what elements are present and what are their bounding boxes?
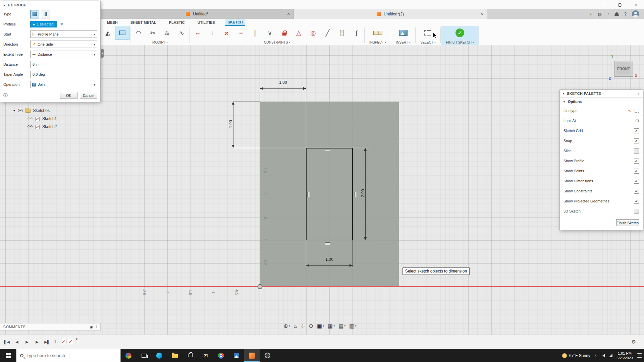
taskbar-app-fusion360[interactable] bbox=[244, 349, 260, 362]
show-dimensions-checkbox[interactable]: ✓ bbox=[634, 179, 639, 184]
grid-settings-button[interactable]: ▤▾ bbox=[338, 323, 345, 329]
ok-button[interactable]: OK bbox=[60, 92, 77, 99]
measure-tool-button[interactable] bbox=[371, 26, 385, 40]
job-status-icon[interactable]: ◔ bbox=[607, 11, 610, 17]
slice-checkbox[interactable] bbox=[634, 148, 639, 154]
taskbar-task-view[interactable] bbox=[136, 349, 152, 362]
concentric-constraint-button[interactable]: ◎ bbox=[306, 26, 320, 40]
notifications-bell-icon[interactable] bbox=[615, 12, 619, 15]
weather-widget[interactable]: 67°F Sunny bbox=[562, 353, 590, 358]
fix-constraint-button[interactable] bbox=[277, 26, 291, 40]
show-constraints-checkbox[interactable]: ✓ bbox=[634, 189, 639, 194]
extensions-icon[interactable]: ◍ bbox=[598, 11, 602, 17]
minimize-button[interactable]: — bbox=[596, 0, 612, 9]
coincident-constraint-button[interactable]: ⊥ bbox=[205, 26, 219, 40]
add-comment-icon[interactable]: ◉ bbox=[90, 325, 93, 329]
visibility-eye-icon[interactable] bbox=[28, 117, 33, 120]
taskbar-app-obs[interactable] bbox=[260, 349, 275, 362]
extrude-type-solid-button[interactable] bbox=[30, 10, 39, 18]
insert-image-button[interactable] bbox=[396, 26, 411, 40]
maximize-button[interactable]: ▢ bbox=[612, 0, 628, 9]
show-projected-geometries-checkbox[interactable]: ✓ bbox=[634, 199, 639, 204]
constraint-marker-top[interactable] bbox=[325, 149, 330, 152]
operation-dropdown[interactable]: Join ▾ bbox=[30, 81, 97, 88]
taskbar-app-file-explorer[interactable] bbox=[167, 349, 182, 362]
spline-tool-button[interactable]: ∿ bbox=[174, 26, 189, 40]
settings-gear-icon[interactable]: ⚙ bbox=[632, 339, 636, 345]
tree-item-sketches-folder[interactable]: ▾ Sketches bbox=[0, 107, 57, 115]
comments-bar[interactable]: COMMENTS ◉ ‖ bbox=[0, 323, 101, 330]
direction-dropdown[interactable]: ↗ One Side ▾ bbox=[30, 41, 97, 48]
taskbar-app-mail[interactable]: ✉ bbox=[198, 349, 213, 362]
action-center-icon[interactable] bbox=[637, 353, 642, 358]
fit-button[interactable]: ▣▾ bbox=[317, 323, 324, 329]
show-points-checkbox[interactable]: ✓ bbox=[634, 169, 639, 174]
show-profile-checkbox[interactable]: ✓ bbox=[634, 159, 639, 164]
close-tab-icon[interactable]: ✕ bbox=[287, 12, 290, 16]
perpendicular-constraint-button[interactable]: ∨ bbox=[263, 26, 277, 40]
pan-button[interactable]: ⊹ bbox=[301, 323, 305, 329]
dimension-value-top[interactable]: 1.00 bbox=[273, 80, 293, 85]
ribbon-tab-mesh[interactable]: MESH bbox=[105, 19, 120, 26]
display-settings-button[interactable]: ▦▾ bbox=[328, 323, 335, 329]
inspect-group-label[interactable]: INSPECT▾ bbox=[369, 40, 386, 45]
orbit-button[interactable]: ⊕▾ bbox=[283, 323, 290, 329]
taskbar-app-edge[interactable] bbox=[152, 349, 167, 362]
timeline-go-to-start-button[interactable]: ▌◀ bbox=[3, 338, 11, 346]
visibility-eye-icon[interactable] bbox=[28, 125, 33, 128]
collapse-panel-handle[interactable]: ◂ bbox=[101, 49, 104, 58]
finish-sketch-button[interactable]: ✓ bbox=[453, 26, 467, 40]
look-at-button[interactable]: ⌂ bbox=[293, 323, 297, 329]
network-icon[interactable] bbox=[609, 354, 612, 357]
offset-tool-button[interactable]: ≋ bbox=[160, 26, 174, 40]
start-button[interactable] bbox=[0, 349, 16, 362]
document-tab-untitled-2[interactable]: Untitled*(2) ✕ bbox=[294, 9, 487, 19]
volume-icon[interactable] bbox=[601, 354, 605, 357]
construction-linetype-icon[interactable] bbox=[635, 109, 639, 113]
trim-tool-button[interactable]: ✂ bbox=[146, 26, 160, 40]
view-cube[interactable]: FRONT bbox=[614, 61, 633, 77]
look-at-icon[interactable]: ⊡ bbox=[635, 118, 639, 123]
sketch-dimension-tool-button[interactable]: ↔ bbox=[191, 26, 205, 40]
polygon-tool-button[interactable]: △ bbox=[291, 26, 306, 40]
sketch-rectangle[interactable] bbox=[306, 148, 353, 240]
zoom-button[interactable]: ⊙ bbox=[309, 323, 313, 329]
info-icon[interactable]: ⓘ bbox=[3, 93, 8, 99]
ribbon-tab-plastic[interactable]: PLASTIC bbox=[167, 19, 187, 26]
sketch-grid-checkbox[interactable]: ✓ bbox=[634, 128, 639, 133]
equal-constraint-button[interactable]: = bbox=[234, 26, 248, 40]
ribbon-tab-sketch[interactable]: SKETCH bbox=[225, 19, 245, 26]
tray-overflow-chevron[interactable]: ∧ bbox=[594, 354, 597, 357]
dimension-value-bottom[interactable]: 1.00 bbox=[319, 257, 339, 262]
3d-sketch-checkbox[interactable] bbox=[634, 209, 639, 214]
constraint-marker-bottom[interactable] bbox=[325, 242, 330, 245]
new-tab-button[interactable]: + bbox=[589, 11, 592, 17]
cancel-button[interactable]: Cancel bbox=[80, 92, 97, 99]
midpoint-constraint-button[interactable]: ╱ bbox=[320, 26, 335, 40]
user-avatar[interactable] bbox=[632, 10, 639, 18]
help-icon[interactable]: ? bbox=[624, 11, 627, 17]
taskbar-app-colorful[interactable] bbox=[121, 349, 136, 362]
timeline-step-forward-button[interactable]: ▶ bbox=[33, 338, 41, 346]
snap-checkbox[interactable]: ✓ bbox=[634, 138, 639, 143]
search-input[interactable] bbox=[26, 353, 117, 358]
dimension-value-left[interactable]: 1.00 bbox=[228, 117, 233, 131]
symmetry-constraint-button[interactable]: [¦] bbox=[335, 26, 349, 40]
extrude-dialog-header[interactable]: ● EXTRUDE bbox=[0, 1, 100, 9]
clear-selection-icon[interactable]: ✕ bbox=[60, 22, 63, 26]
extent-type-dropdown[interactable]: ↦ Distance ▾ bbox=[30, 51, 97, 58]
constraints-group-label[interactable]: CONSTRAINTS▾ bbox=[264, 40, 290, 45]
ribbon-tab-utilities[interactable]: UTILITIES bbox=[195, 19, 217, 26]
mirror-tool-button[interactable]: ◭ bbox=[101, 26, 115, 40]
document-tab-untitled[interactable]: Untitled* ✕ bbox=[101, 9, 294, 19]
timeline-go-to-end-button[interactable]: ▶▌ bbox=[43, 338, 51, 346]
expand-arrow-icon[interactable]: ▾ bbox=[13, 109, 15, 112]
extrude-type-thin-button[interactable] bbox=[41, 10, 50, 18]
taskbar-app-photos[interactable] bbox=[229, 349, 244, 362]
parallel-constraint-button[interactable]: ∥ bbox=[248, 26, 263, 40]
spline-linetype-icon[interactable]: ∿ bbox=[628, 108, 632, 113]
timeline-position-marker[interactable]: ▼ bbox=[75, 338, 78, 341]
ribbon-tab-sheet-metal[interactable]: SHEET METAL bbox=[128, 19, 159, 26]
taskbar-app-store[interactable] bbox=[182, 349, 198, 362]
taskbar-clock[interactable]: 1:01 PM 5/25/2023 bbox=[616, 351, 633, 360]
